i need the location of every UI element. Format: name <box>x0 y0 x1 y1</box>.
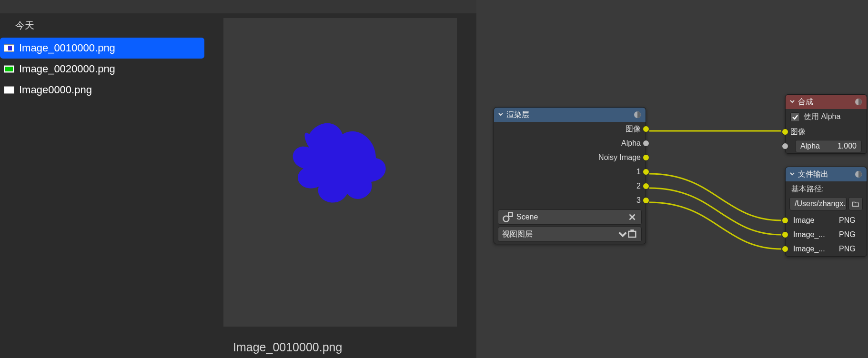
chevron-down-icon <box>498 110 504 119</box>
socket-dot-icon[interactable] <box>643 169 649 175</box>
input-socket-image[interactable]: 图像 <box>786 125 867 139</box>
socket-dot-icon[interactable] <box>643 183 649 189</box>
input-socket-image-2[interactable]: Image_... PNG <box>786 242 867 256</box>
socket-dot-icon[interactable] <box>782 143 788 149</box>
file-browser-panel: 今天 Image_0010000.png Image_0020000.png I… <box>0 0 207 358</box>
render-icon[interactable] <box>627 229 637 239</box>
material-preview-icon[interactable] <box>854 170 863 179</box>
node-title: 渲染层 <box>506 110 633 120</box>
use-alpha-label: 使用 Alpha <box>804 112 840 122</box>
socket-dot-icon[interactable] <box>643 197 649 204</box>
alpha-value-field[interactable]: Alpha 1.000 <box>795 140 862 152</box>
output-socket-image[interactable]: 图像 <box>494 122 646 136</box>
socket-dot-icon[interactable] <box>643 154 649 161</box>
material-preview-icon[interactable] <box>633 110 642 119</box>
file-name-label: Image0000.png <box>19 84 92 96</box>
file-thumbnail-icon <box>4 86 14 94</box>
input-socket-alpha[interactable]: Alpha 1.000 <box>786 139 867 153</box>
file-name-label: Image_0010000.png <box>19 42 115 54</box>
socket-dot-icon[interactable] <box>782 231 788 238</box>
socket-dot-icon[interactable] <box>782 129 788 135</box>
preview-header <box>207 0 476 13</box>
material-preview-icon[interactable] <box>854 98 863 106</box>
alpha-value: 1.000 <box>838 142 857 150</box>
output-socket-2[interactable]: 2 <box>494 179 646 193</box>
viewlayer-select[interactable]: 视图图层 <box>498 227 642 242</box>
base-path-text: /Users/zhangx... <box>795 199 847 208</box>
output-socket-3[interactable]: 3 <box>494 193 646 208</box>
node-editor[interactable]: 渲染层 图像 Alpha Noisy Image 1 2 3 <box>476 0 868 358</box>
socket-dot-icon[interactable] <box>643 140 649 147</box>
node-header[interactable]: 合成 <box>786 95 867 109</box>
preview-image-content <box>276 115 400 210</box>
chevron-down-icon <box>789 98 795 106</box>
socket-dot-icon[interactable] <box>643 126 649 132</box>
output-socket-noisy[interactable]: Noisy Image <box>494 150 646 165</box>
preview-image-area <box>223 18 457 327</box>
file-panel-header <box>0 0 207 13</box>
node-render-layers[interactable]: 渲染层 图像 Alpha Noisy Image 1 2 3 <box>494 107 646 244</box>
file-item[interactable]: Image_0010000.png <box>0 38 204 59</box>
close-icon[interactable] <box>627 212 637 222</box>
input-socket-image-1[interactable]: Image_... PNG <box>786 228 867 242</box>
socket-dot-icon[interactable] <box>782 246 788 252</box>
node-header[interactable]: 文件输出 <box>786 167 867 181</box>
scene-field-text: Scene <box>516 213 627 221</box>
use-alpha-checkbox-row[interactable]: 使用 Alpha <box>786 109 867 125</box>
folder-icon <box>852 200 859 208</box>
svg-rect-2 <box>508 212 512 216</box>
file-item[interactable]: Image_0020000.png <box>0 59 207 80</box>
chevron-down-icon <box>789 170 795 179</box>
file-item[interactable]: Image0000.png <box>0 80 207 100</box>
preview-panel: Image_0010000.png <box>207 0 476 358</box>
node-composite[interactable]: 合成 使用 Alpha 图像 Alpha 1.000 <box>785 94 867 154</box>
checkbox-icon[interactable] <box>790 112 800 122</box>
file-thumbnail-icon <box>4 44 14 52</box>
folder-browse-button[interactable] <box>848 197 863 210</box>
alpha-label: Alpha <box>800 142 820 150</box>
svg-rect-3 <box>629 231 636 237</box>
output-socket-1[interactable]: 1 <box>494 165 646 179</box>
node-header[interactable]: 渲染层 <box>494 108 646 122</box>
viewlayer-field-text: 视图图层 <box>502 229 617 239</box>
input-socket-image-0[interactable]: Image PNG <box>786 213 867 228</box>
base-path-field[interactable]: /Users/zhangx... <box>789 197 847 210</box>
file-name-label: Image_0020000.png <box>19 63 115 75</box>
svg-rect-4 <box>630 229 634 231</box>
preview-filename-label: Image_0010000.png <box>233 340 342 354</box>
socket-dot-icon[interactable] <box>782 217 788 224</box>
section-label-today: 今天 <box>0 13 207 38</box>
file-thumbnail-icon <box>4 65 14 73</box>
node-file-output[interactable]: 文件输出 基本路径: /Users/zhangx... Image PNG Im… <box>785 167 867 257</box>
input-image-label: 图像 <box>790 127 806 137</box>
node-title: 合成 <box>798 97 854 107</box>
chevron-down-icon[interactable] <box>617 229 628 239</box>
base-path-label: 基本路径: <box>786 181 867 195</box>
scene-select[interactable]: Scene <box>498 209 642 225</box>
output-socket-alpha[interactable]: Alpha <box>494 136 646 150</box>
scene-icon <box>502 212 514 222</box>
node-title: 文件输出 <box>798 169 854 179</box>
